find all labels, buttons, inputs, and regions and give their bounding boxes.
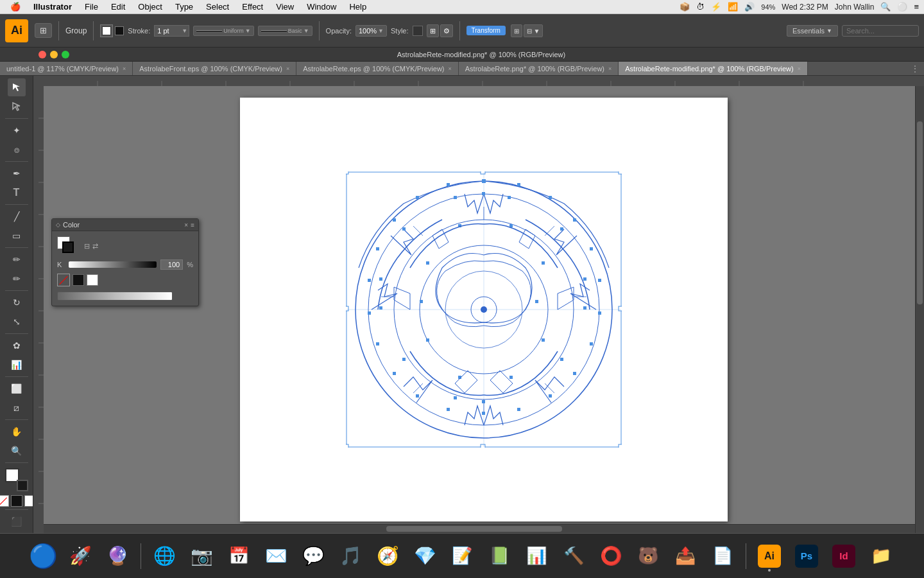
stroke-profile[interactable]: Basic ▼ <box>258 26 312 36</box>
tab-close-front[interactable]: × <box>286 66 289 72</box>
dock-music[interactable]: 🎵 <box>334 539 367 573</box>
essentials-dropdown[interactable]: Essentials▼ <box>787 25 838 37</box>
panel-options-btn[interactable]: ⋮ <box>906 64 924 73</box>
tab-close-rete-eps[interactable]: × <box>449 66 452 72</box>
tab-rete-modified[interactable]: AstrolabeRete-modified.png* @ 100% (RGB/… <box>619 62 808 76</box>
black-color-swatch[interactable] <box>73 274 84 286</box>
wifi-icon[interactable]: 📶 <box>728 2 738 12</box>
handle-tc[interactable] <box>481 171 485 174</box>
tab-rete-eps[interactable]: AstrolabeRete.eps @ 100% (CMYK/Preview) … <box>296 62 459 76</box>
dock-messages[interactable]: 💬 <box>296 539 330 573</box>
color-panel-close[interactable]: × <box>184 222 188 229</box>
notification-icon[interactable]: ≡ <box>914 2 919 12</box>
tab-front[interactable]: AstrolabeFront.eps @ 100% (CMYK/Preview)… <box>133 62 296 76</box>
dock-sketch[interactable]: 💎 <box>408 539 441 573</box>
view-options-btn[interactable]: ⚙ <box>440 24 453 37</box>
pencil-tool[interactable]: ✏ <box>8 270 26 288</box>
dock-powerpoint[interactable]: 📊 <box>520 539 553 573</box>
black-swatch[interactable] <box>11 495 22 507</box>
distribute-btn[interactable]: ⊟ ▼ <box>524 24 543 37</box>
volume-icon[interactable]: 🔊 <box>744 2 755 12</box>
lasso-tool[interactable]: ⌾ <box>8 141 26 159</box>
handle-tl[interactable] <box>346 171 348 174</box>
menu-object[interactable]: Object <box>133 1 167 13</box>
siri-icon[interactable]: ⚪ <box>897 2 907 12</box>
minimize-window-btn[interactable] <box>50 51 58 58</box>
slice-tool[interactable]: ⧄ <box>8 399 26 417</box>
k-value-input[interactable] <box>160 259 183 270</box>
scroll-vertical[interactable] <box>915 76 924 533</box>
k-slider[interactable] <box>69 261 157 268</box>
paintbrush-tool[interactable]: ✏ <box>8 250 26 268</box>
artboard-tool[interactable]: ⬜ <box>8 380 26 398</box>
search-icon[interactable]: 🔍 <box>880 2 891 12</box>
fill-stroke-selector[interactable] <box>5 468 28 491</box>
dock-acrobat[interactable]: 📄 <box>706 539 739 573</box>
tab-close-rete-png[interactable]: × <box>608 66 612 72</box>
menu-file[interactable]: File <box>80 1 103 13</box>
handle-br[interactable] <box>619 444 622 448</box>
maximize-window-btn[interactable] <box>62 51 69 58</box>
opacity-field[interactable]: 100% ▼ <box>355 25 387 37</box>
dock-transmit[interactable]: 📤 <box>669 539 702 573</box>
menu-window[interactable]: Window <box>302 1 341 13</box>
handle-mr[interactable] <box>619 306 622 311</box>
handle-tr[interactable] <box>619 171 622 174</box>
bluetooth-icon[interactable]: ⚡ <box>711 2 721 12</box>
dropbox-icon[interactable]: 📦 <box>680 2 690 12</box>
symbol-sprayer[interactable]: ✿ <box>8 337 26 355</box>
tab-rete-png[interactable]: AstrolabeRete.png* @ 100% (RGB/Preview) … <box>459 62 619 76</box>
change-screen-mode[interactable]: ⬛ <box>8 512 26 530</box>
fill-stroke-indicator[interactable] <box>57 236 76 256</box>
dock-finder[interactable]: 🔵 <box>26 539 60 573</box>
menu-edit[interactable]: Edit <box>106 1 130 13</box>
tab-untitled[interactable]: untitled-1 @ 117% (CMYK/Preview) × <box>0 62 133 76</box>
stroke-box[interactable] <box>62 241 74 253</box>
color-swap-btn[interactable]: ⇄ <box>92 242 98 250</box>
menu-illustrator[interactable]: Illustrator <box>28 1 77 13</box>
dock-photos[interactable]: 📷 <box>185 539 218 573</box>
time-machine-icon[interactable]: ⏱ <box>696 2 705 12</box>
scroll-thumb-h[interactable] <box>386 526 563 532</box>
view-grid-btn[interactable]: ⊞ <box>427 24 439 37</box>
dock-indesign[interactable]: Id <box>827 539 860 573</box>
scroll-horizontal[interactable] <box>33 524 915 533</box>
handle-ml[interactable] <box>346 306 348 311</box>
dock-ps[interactable]: Ps <box>790 539 823 573</box>
selection-tool[interactable] <box>8 78 26 96</box>
rotate-tool[interactable]: ↻ <box>8 293 26 311</box>
no-color-btn[interactable] <box>0 495 9 507</box>
zoom-tool[interactable]: 🔍 <box>8 442 26 460</box>
menu-view[interactable]: View <box>271 1 299 13</box>
rect-tool[interactable]: ▭ <box>8 227 26 245</box>
scroll-thumb-v[interactable] <box>917 121 923 304</box>
dock-safari[interactable]: 🧭 <box>371 539 404 573</box>
apple-menu[interactable]: 🍎 <box>5 1 26 13</box>
gradient-bar[interactable] <box>57 292 173 301</box>
menu-effect[interactable]: Effect <box>237 1 268 13</box>
style-swatch[interactable] <box>413 26 423 36</box>
dock-calendar[interactable]: 📅 <box>222 539 255 573</box>
fill-color-indicator[interactable] <box>115 26 124 35</box>
tab-close-rete-modified[interactable]: × <box>798 66 801 72</box>
dock-word[interactable]: 📝 <box>445 539 479 573</box>
stroke-value-field[interactable]: 1 pt ▼ <box>154 25 189 37</box>
dock-opera[interactable]: ⭕ <box>594 539 628 573</box>
color-panel-header[interactable]: ◇ Color × ≡ <box>52 219 198 231</box>
tab-close-untitled[interactable]: × <box>123 66 126 72</box>
no-color-swatch[interactable] <box>57 274 70 286</box>
dock-xcode[interactable]: 🔨 <box>557 539 590 573</box>
white-color-swatch[interactable] <box>87 274 98 286</box>
dock-filemanager[interactable]: 📁 <box>864 539 898 573</box>
dock-illustrator[interactable]: Ai <box>753 539 786 573</box>
direct-selection-tool[interactable] <box>8 98 26 116</box>
close-window-btn[interactable] <box>38 51 46 58</box>
handle-bl[interactable] <box>346 444 348 448</box>
dock-mail[interactable]: ✉️ <box>259 539 293 573</box>
color-mode-btn[interactable]: ⊟ <box>84 242 90 250</box>
magic-wand-tool[interactable]: ✦ <box>8 121 26 139</box>
white-swatch[interactable] <box>24 495 34 507</box>
hand-tool[interactable]: ✋ <box>8 423 26 441</box>
scale-tool[interactable]: ⤡ <box>8 313 26 331</box>
line-tool[interactable]: ╱ <box>8 207 26 225</box>
